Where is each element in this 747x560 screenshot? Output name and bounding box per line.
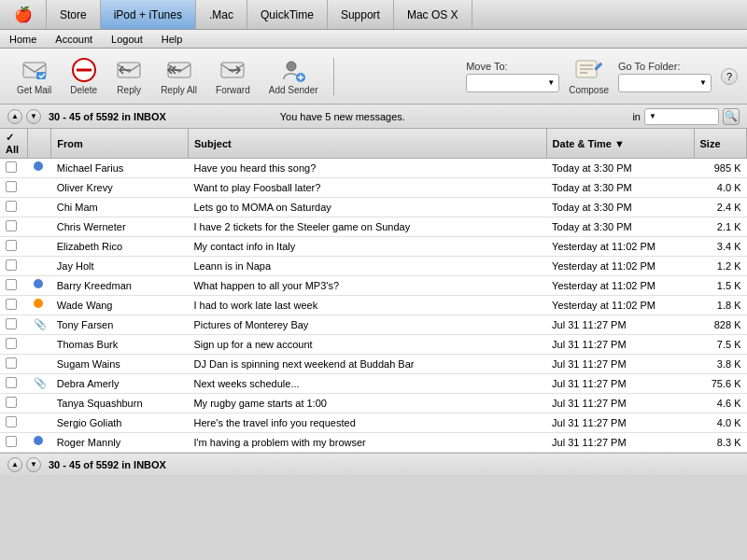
email-from: Sugam Wains (51, 355, 189, 374)
email-checkbox[interactable] (6, 201, 17, 212)
email-subject: Pictures of Monterey Bay (188, 315, 546, 335)
email-size: 4.0 K (694, 178, 746, 198)
col-header-status[interactable] (28, 129, 51, 159)
email-checkbox[interactable] (6, 377, 17, 388)
email-size: 75.6 K (694, 374, 746, 394)
table-row[interactable]: Thomas BurkSign up for a new accountJul … (0, 335, 747, 355)
apple-menu[interactable]: 🍎 (0, 0, 47, 29)
email-checkbox[interactable] (6, 181, 17, 192)
submenu-home[interactable]: Home (9, 34, 36, 45)
email-checkbox[interactable] (6, 397, 17, 408)
go-to-dropdown[interactable]: ▼ (618, 74, 712, 92)
attachment-icon: 📎 (34, 318, 47, 330)
get-mail-button[interactable]: Get Mail (9, 53, 59, 99)
table-row[interactable]: Jay HoltLeann is in NapaYesterday at 11:… (0, 257, 747, 276)
reply-icon (116, 57, 142, 83)
table-row[interactable]: 📎Debra AmerlyNext weeks schedule...Jul 3… (0, 374, 747, 394)
email-checkbox[interactable] (6, 279, 17, 290)
move-to-dropdown[interactable]: ▼ (466, 74, 559, 92)
email-checkbox[interactable] (6, 318, 17, 329)
email-checkbox[interactable] (6, 338, 17, 349)
email-checkbox-cell (0, 433, 28, 453)
email-date: Jul 31 11:27 PM (546, 433, 694, 453)
status-dot (34, 161, 43, 171)
help-button[interactable]: ? (721, 68, 738, 85)
reply-button[interactable]: Reply (108, 53, 149, 99)
email-checkbox-cell (0, 315, 28, 335)
search-button[interactable]: 🔍 (723, 108, 740, 125)
menu-store[interactable]: Store (47, 0, 101, 29)
status-dot (34, 436, 43, 445)
email-checkbox[interactable] (6, 220, 17, 231)
table-row[interactable]: Tanya SquashburnMy rugby game starts at … (0, 394, 747, 413)
add-sender-button[interactable]: Add Sender (261, 53, 326, 99)
table-row[interactable]: Barry KreedmanWhat happen to all your MP… (0, 276, 747, 296)
menu-support[interactable]: Support (328, 0, 394, 29)
toolbar-right: Move To: ▼ Compose Go To Fold (466, 57, 738, 95)
new-messages-text: You have 5 new messages. (280, 111, 405, 122)
submenu-logout[interactable]: Logout (111, 34, 143, 45)
compose-button[interactable]: Compose (569, 57, 609, 95)
submenu-account[interactable]: Account (55, 34, 92, 45)
submenu-help[interactable]: Help (162, 34, 183, 45)
col-header-subject[interactable]: Subject (188, 129, 546, 159)
email-date: Yesterday at 11:02 PM (546, 276, 694, 296)
table-row[interactable]: Roger MannlyI'm having a problem with my… (0, 433, 747, 453)
nav-up-button[interactable]: ▲ (7, 109, 22, 124)
email-checkbox-cell (0, 178, 28, 198)
email-date: Yesterday at 11:02 PM (546, 296, 694, 315)
email-status-cell (28, 413, 49, 419)
email-checkbox[interactable] (6, 259, 17, 271)
search-dropdown[interactable]: ▼ (644, 108, 719, 125)
email-status-cell (28, 355, 49, 360)
table-row[interactable]: Sergio GoliathHere's the travel info you… (0, 413, 747, 433)
email-checkbox[interactable] (6, 299, 17, 310)
email-checkbox-cell (0, 257, 28, 276)
table-row[interactable]: Oliver KrevyWant to play Foosball later?… (0, 178, 747, 198)
get-mail-icon (21, 57, 48, 83)
email-subject: Leann is in Napa (188, 257, 546, 276)
table-row[interactable]: Michael FariusHave you heard this song?T… (0, 159, 747, 178)
email-size: 828 K (694, 315, 746, 335)
email-checkbox-cell (0, 217, 28, 237)
email-size: 3.4 K (694, 237, 746, 257)
menu-quicktime[interactable]: QuickTime (247, 0, 328, 29)
email-date: Jul 31 11:27 PM (546, 374, 694, 394)
email-date: Jul 31 11:27 PM (546, 394, 694, 413)
status-dot (34, 279, 43, 288)
email-subject: Want to play Foosball later? (188, 178, 546, 198)
table-row[interactable]: Sugam WainsDJ Dan is spinning next weeke… (0, 355, 747, 374)
bottom-inbox-info: 30 - 45 of 5592 in INBOX (49, 459, 166, 470)
delete-button[interactable]: Delete (63, 53, 105, 99)
bottom-bar: ▲ ▼ 30 - 45 of 5592 in INBOX (0, 453, 747, 475)
bottom-nav-up[interactable]: ▲ (7, 457, 22, 472)
col-header-date[interactable]: Date & Time ▼ (546, 129, 694, 159)
col-header-from[interactable]: From (51, 129, 189, 159)
bottom-nav-down[interactable]: ▼ (26, 457, 41, 472)
forward-button[interactable]: Forward (208, 53, 258, 99)
table-row[interactable]: Chi MamLets go to MOMA on SaturdayToday … (0, 198, 747, 217)
move-to-arrow: ▼ (547, 78, 555, 87)
go-to-label: Go To Folder: (618, 61, 680, 72)
table-row[interactable]: 📎Tony FarsenPictures of Monterey BayJul … (0, 315, 747, 335)
email-checkbox[interactable] (6, 161, 17, 173)
email-checkbox[interactable] (6, 416, 17, 427)
nav-down-button[interactable]: ▼ (26, 109, 41, 124)
email-checkbox[interactable] (6, 436, 17, 447)
menu-mac[interactable]: .Mac (196, 0, 247, 29)
email-checkbox[interactable] (6, 240, 17, 251)
email-checkbox[interactable] (6, 357, 17, 369)
email-checkbox-cell (0, 355, 28, 374)
email-from: Tony Farsen (51, 315, 189, 335)
table-row[interactable]: Chris WerneterI have 2 tickets for the S… (0, 217, 747, 237)
table-row[interactable]: Wade WangI had to work late last weekYes… (0, 296, 747, 315)
col-header-size[interactable]: Size (694, 129, 746, 159)
menu-ipod-itunes[interactable]: iPod + iTunes (101, 0, 196, 29)
table-row[interactable]: Elizabeth RicoMy contact info in ItalyYe… (0, 237, 747, 257)
col-header-check[interactable]: ✓ All (0, 129, 28, 159)
email-subject: Here's the travel info you requested (188, 413, 546, 433)
reply-all-button[interactable]: Reply All (153, 53, 204, 99)
email-status-cell (28, 217, 49, 223)
menu-macosx[interactable]: Mac OS X (394, 0, 472, 29)
email-subject: I had to work late last week (188, 296, 546, 315)
